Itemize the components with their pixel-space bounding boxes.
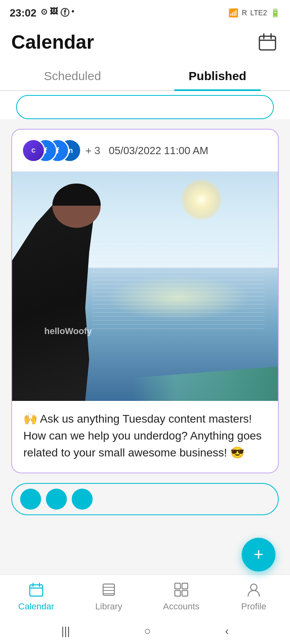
calendar-nav-label: Calendar [18, 601, 54, 612]
post-card: C f f in + 3 05/03/2022 11:00 AM [11, 129, 279, 473]
mini-avatar-3 [72, 489, 93, 510]
mini-avatar-1 [20, 489, 41, 510]
recent-apps-button[interactable]: ||| [61, 625, 70, 638]
photo-scene: helloWoofy [12, 171, 278, 401]
svg-rect-4 [30, 585, 43, 596]
gesture-bar: ||| ○ ‹ [0, 618, 290, 644]
calendar-icon-button[interactable] [256, 31, 279, 53]
post-text: 🙌 Ask us anything Tuesday content master… [12, 401, 278, 473]
status-left: 23:02 ⊙ 🖼 ⓕ • [10, 7, 75, 19]
back-button[interactable]: ‹ [225, 625, 229, 638]
status-right: 📶 R LTE2 🔋 [228, 8, 280, 18]
main-content: C f f in + 3 05/03/2022 11:00 AM [0, 119, 290, 525]
post-date: 05/03/2022 11:00 AM [109, 144, 208, 157]
person-cap [52, 184, 101, 206]
svg-rect-0 [259, 36, 276, 50]
calendar-nav-icon [29, 582, 44, 599]
avatar-content: C [22, 139, 45, 162]
battery-icon: 🔋 [270, 8, 280, 18]
app-header: Calendar [0, 24, 290, 60]
camera-icon: ⊙ [41, 7, 48, 19]
nav-calendar[interactable]: Calendar [12, 582, 60, 612]
plus-count: + 3 [85, 144, 100, 157]
scroll-hint-top [0, 91, 290, 119]
status-time: 23:02 [10, 7, 37, 19]
top-pill [16, 95, 274, 119]
bottom-navigation: Calendar Library [0, 574, 290, 644]
add-button[interactable]: + [242, 538, 276, 572]
nav-items: Calendar Library [0, 575, 290, 618]
tab-published[interactable]: Published [145, 60, 290, 90]
gallery-icon: 🖼 [50, 7, 58, 19]
svg-rect-14 [175, 590, 180, 596]
profile-nav-icon [246, 582, 261, 599]
svg-rect-15 [182, 590, 188, 596]
page-title: Calendar [11, 31, 94, 53]
nav-accounts[interactable]: Accounts [157, 582, 205, 612]
nav-profile[interactable]: Profile [230, 582, 278, 612]
wifi-icon: 📶 [228, 8, 238, 18]
mini-avatar-2 [46, 489, 67, 510]
library-nav-label: Library [95, 601, 122, 612]
shirt-logo: helloWoofy [44, 326, 92, 336]
svg-rect-13 [182, 583, 188, 589]
svg-rect-12 [175, 583, 180, 589]
nav-library[interactable]: Library [85, 582, 133, 612]
status-bar: 23:02 ⊙ 🖼 ⓕ • 📶 R LTE2 🔋 [0, 0, 290, 24]
tab-scheduled[interactable]: Scheduled [0, 60, 145, 90]
facebook-notify-icon: ⓕ [60, 7, 69, 19]
sun [181, 180, 222, 220]
person-head [52, 184, 101, 228]
accounts-nav-icon [174, 582, 189, 599]
plus-icon: + [254, 545, 264, 564]
lte2-icon: LTE2 [250, 9, 267, 17]
library-nav-icon [101, 582, 116, 599]
signal-r-icon: R [242, 9, 247, 17]
status-icons: ⊙ 🖼 ⓕ • [41, 7, 75, 19]
accounts-nav-label: Accounts [163, 601, 200, 612]
home-button[interactable]: ○ [144, 625, 151, 638]
post-header: C f f in + 3 05/03/2022 11:00 AM [12, 130, 278, 171]
post-image: helloWoofy [12, 171, 278, 401]
svg-point-16 [251, 584, 257, 590]
dot-icon: • [72, 7, 75, 19]
next-post-preview [11, 483, 279, 515]
profile-nav-label: Profile [241, 601, 266, 612]
tab-bar: Scheduled Published [0, 60, 290, 91]
water-highlight [105, 275, 251, 321]
